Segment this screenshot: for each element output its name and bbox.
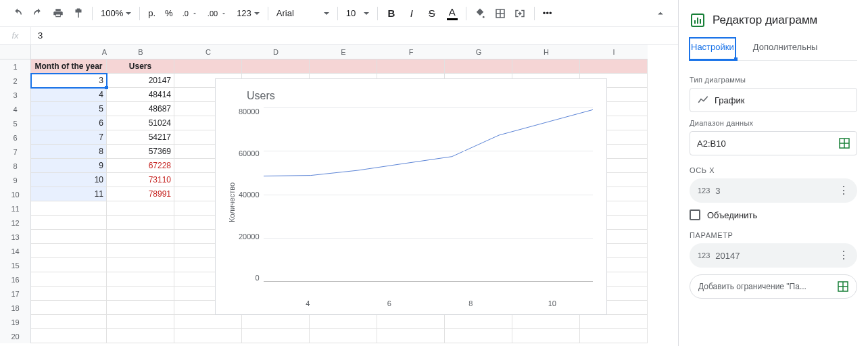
fill-color-button[interactable] [471, 4, 489, 23]
grid-select-icon[interactable] [838, 281, 848, 292]
currency-button[interactable]: р. [144, 4, 160, 23]
cell[interactable] [31, 230, 107, 244]
cell[interactable] [310, 329, 377, 343]
select-all-corner[interactable] [0, 45, 31, 59]
param-chip[interactable]: 12320147 ⋮ [690, 243, 857, 268]
cell[interactable]: 11 [31, 187, 107, 201]
row-header[interactable]: 9 [0, 173, 31, 187]
cell[interactable]: 57369 [107, 145, 174, 159]
bold-button[interactable]: B [382, 4, 401, 23]
row-header[interactable]: 18 [0, 301, 31, 315]
cell[interactable] [310, 59, 377, 74]
format-123-button[interactable]: 123 [233, 4, 264, 23]
row-header[interactable]: 10 [0, 187, 31, 201]
undo-button[interactable] [8, 4, 27, 23]
row-header[interactable]: 11 [0, 201, 31, 216]
cell[interactable] [31, 301, 107, 315]
cell[interactable] [174, 315, 242, 329]
row-header[interactable]: 7 [0, 145, 31, 159]
xaxis-menu-icon[interactable]: ⋮ [838, 189, 849, 193]
cell[interactable] [512, 59, 580, 74]
add-constraint-button[interactable]: Добавить ограничение "Па... [690, 274, 857, 299]
cell[interactable]: 78991 [107, 187, 174, 201]
cell[interactable]: 7 [31, 130, 107, 145]
tab-setup[interactable]: Настройки [690, 38, 736, 60]
grid-select-icon[interactable] [839, 138, 850, 149]
row-header[interactable]: 13 [0, 230, 31, 244]
row-header[interactable]: 3 [0, 88, 31, 102]
italic-button[interactable]: I [402, 4, 421, 23]
cell[interactable] [174, 59, 242, 74]
cell[interactable] [445, 329, 512, 343]
cell[interactable] [107, 287, 174, 301]
row-header[interactable]: 2 [0, 74, 31, 88]
col-header-E[interactable]: E [310, 45, 377, 59]
cell[interactable] [31, 272, 107, 287]
cell[interactable] [580, 59, 648, 74]
xaxis-chip[interactable]: 1233 ⋮ [690, 178, 857, 203]
cell[interactable] [310, 315, 377, 329]
cell[interactable] [31, 329, 107, 343]
cell[interactable]: 73110 [107, 173, 174, 187]
col-header-F[interactable]: F [377, 45, 445, 59]
param-menu-icon[interactable]: ⋮ [838, 253, 849, 257]
cell[interactable]: 48414 [107, 88, 174, 102]
zoom-select[interactable]: 100% [97, 4, 135, 23]
borders-button[interactable] [491, 4, 510, 23]
cell[interactable] [31, 258, 107, 272]
cell[interactable]: 51024 [107, 116, 174, 130]
cell[interactable] [377, 315, 445, 329]
col-header-I[interactable]: I [580, 45, 648, 59]
tab-customise[interactable]: Дополнительны [752, 38, 819, 60]
cell[interactable] [107, 315, 174, 329]
row-header[interactable]: 1 [0, 59, 31, 74]
row-header[interactable]: 20 [0, 329, 31, 343]
percent-button[interactable]: % [161, 4, 177, 23]
cell[interactable]: 6 [31, 116, 107, 130]
row-header[interactable]: 14 [0, 244, 31, 258]
spreadsheet-grid[interactable]: A B C D E F G H I 1Month of the yearUser… [0, 45, 678, 346]
cell[interactable]: 10 [31, 173, 107, 187]
cell[interactable]: 8 [31, 145, 107, 159]
row-header[interactable]: 16 [0, 272, 31, 287]
cell[interactable] [445, 315, 512, 329]
print-button[interactable] [49, 4, 68, 23]
cell[interactable] [242, 329, 310, 343]
cell[interactable] [31, 287, 107, 301]
row-header[interactable]: 6 [0, 130, 31, 145]
cell[interactable]: 5 [31, 102, 107, 116]
font-select[interactable]: Arial [272, 4, 333, 23]
col-header-H[interactable]: H [512, 45, 580, 59]
row-header[interactable]: 19 [0, 315, 31, 329]
cell[interactable]: Users [107, 59, 174, 74]
paint-format-button[interactable] [69, 4, 88, 23]
data-range-input[interactable]: A2:B10 [690, 131, 857, 155]
chart-type-select[interactable]: График [690, 88, 857, 112]
cell[interactable] [107, 329, 174, 343]
cell[interactable] [580, 315, 648, 329]
cell[interactable] [512, 315, 580, 329]
cell[interactable] [242, 59, 310, 74]
cell[interactable] [107, 216, 174, 230]
cell[interactable] [31, 315, 107, 329]
merge-button[interactable] [511, 4, 530, 23]
cell[interactable]: 48687 [107, 102, 174, 116]
cell[interactable]: 67228 [107, 159, 174, 173]
row-header[interactable]: 17 [0, 287, 31, 301]
col-header-B[interactable]: B [107, 45, 174, 59]
cell[interactable] [107, 201, 174, 216]
cell[interactable]: 54217 [107, 130, 174, 145]
text-color-button[interactable]: A [443, 4, 462, 23]
cell[interactable] [31, 244, 107, 258]
row-header[interactable]: 15 [0, 258, 31, 272]
cell[interactable]: 3 [31, 74, 107, 88]
more-button[interactable]: ••• [539, 4, 556, 23]
cell[interactable]: Month of the year [31, 59, 107, 74]
dec-minus-button[interactable]: .0 [178, 4, 202, 23]
dec-plus-button[interactable]: .00 [203, 4, 231, 23]
row-header[interactable]: 5 [0, 116, 31, 130]
cell[interactable] [174, 329, 242, 343]
cell[interactable] [242, 315, 310, 329]
row-header[interactable]: 4 [0, 102, 31, 116]
cell[interactable] [445, 59, 512, 74]
